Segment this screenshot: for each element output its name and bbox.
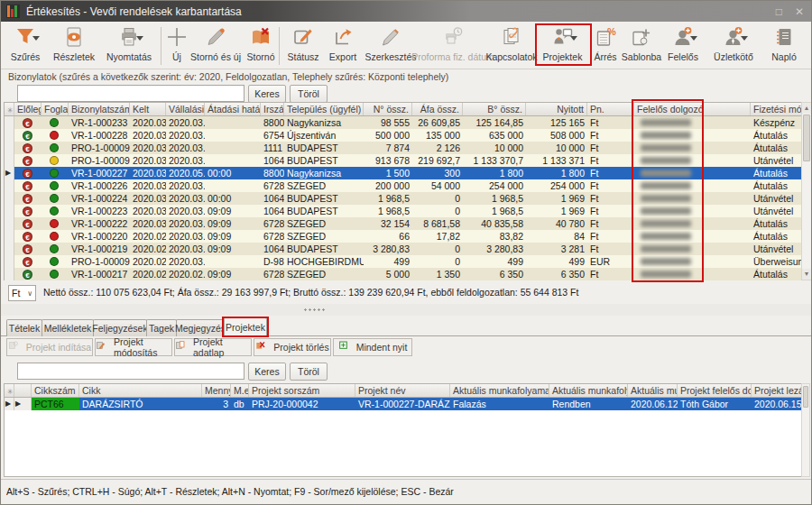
table-row[interactable]: ▶€VR-1-0002272020.03.122020.05.3000:0088… <box>5 167 801 179</box>
table-cell <box>703 129 751 142</box>
column-header-cikksz-m[interactable]: Cikkszám <box>32 384 79 397</box>
column-header-mennyis[interactable]: Mennyis <box>202 384 231 397</box>
dropdown-caret-icon[interactable] <box>690 36 697 41</box>
table-row[interactable]: €VR-1-0002282020.03.122020.03.216754Újsz… <box>5 129 801 142</box>
tab-t-telek[interactable]: Tételek <box>6 319 42 336</box>
column-header-projekt-sorsz-m[interactable]: Projekt sorszám <box>249 384 355 397</box>
toolbar-button-storno[interactable]: Stornó <box>243 23 279 68</box>
column-header-cikk[interactable]: Cikk <box>79 384 202 397</box>
toolbar-button-szures[interactable]: Szűrés <box>3 23 48 68</box>
table-row[interactable]: €VR-1-0002242020.03.092020.03.1600:00106… <box>5 192 801 205</box>
table-row[interactable]: €VR-1-0002172020.02.222020.02.2509:09672… <box>5 268 801 280</box>
mindent-nyit-button[interactable]: Mindent nyit <box>333 338 412 356</box>
tab-feljegyz-sek[interactable]: Feljegyzések <box>93 319 147 336</box>
table-row[interactable]: €VR-1-0002232020.03.092020.03.1309:09106… <box>5 205 801 217</box>
tab-megjegyz-s[interactable]: Megjegyzés <box>176 319 225 336</box>
toolbar-button-storno-es-uj[interactable]: Stornó és új <box>190 23 241 68</box>
table-cell: 1 968,5 <box>463 192 526 205</box>
table-row[interactable]: €VR-1-0002222020.03.022020.03.2609:09672… <box>5 217 801 230</box>
tab-mell-kletek[interactable]: Mellékletek <box>42 319 94 336</box>
toolbar-button-reszletek[interactable]: Részletek <box>50 23 98 68</box>
column-header-fizet-si-m-d[interactable]: Fizetési mód <box>751 103 803 115</box>
search-input[interactable] <box>17 85 245 102</box>
table-row[interactable]: €PRO-1-0000992020.03.122020.03.271111BUD… <box>5 142 801 154</box>
toolbar-button-uj[interactable]: Új <box>164 23 189 68</box>
toolbar-button-statusz[interactable]: Státusz <box>283 23 323 68</box>
column-chooser-icon[interactable]: ✳ <box>7 388 14 396</box>
column-header-felel-s-dolgoz-[interactable]: Felelős dolgozó <box>634 103 703 115</box>
column-header-pn-[interactable]: Pn. <box>587 103 634 115</box>
table-row[interactable]: €VR-1-0002262020.03.102020.03.146728SZEG… <box>5 179 801 192</box>
toolbar-button-export[interactable]: Export <box>324 23 362 68</box>
scroll-up-icon[interactable]: ▲ <box>802 103 811 114</box>
column-header-nyitott[interactable]: Nyitott <box>526 103 587 115</box>
column-header-el-leg-s[interactable]: Előleg s <box>14 103 42 115</box>
column-header--fa-ssz-[interactable]: Áfa össz. <box>412 103 463 115</box>
dropdown-caret-icon[interactable] <box>136 36 143 41</box>
table-row[interactable]: €PRO-1-0000972020.02.262020.03.27D-9876H… <box>5 255 801 268</box>
table-row[interactable]: €VR-1-0002192020.02.222020.03.1909:09106… <box>5 243 801 255</box>
close-button[interactable]: ✕ <box>795 5 804 18</box>
project-clear-button[interactable]: Töröl <box>290 363 328 381</box>
tab-tagek[interactable]: Tagek <box>146 319 177 336</box>
toolbar-button-projektek[interactable]: Projektek <box>536 23 589 68</box>
dropdown-caret-icon[interactable] <box>741 36 748 41</box>
table-cell: 6728 <box>261 179 284 192</box>
column-header-blank[interactable]: ✳ <box>5 384 14 397</box>
maximize-button[interactable]: □ <box>776 5 782 18</box>
column-header-blank[interactable]: ✳ <box>5 103 14 115</box>
column-header-bizonylatsz-m[interactable]: Bizonylatszám <box>69 103 130 115</box>
table-row[interactable]: €VR-1-0002332020.03.222020.03.268800Nagy… <box>5 116 801 129</box>
shortcut-hints: Alt+S - Szűrés; CTRL+H - Súgó; Alt+T - R… <box>6 486 454 497</box>
toolbar-button-uzletkoto[interactable]: Üzletkötő <box>706 23 761 68</box>
currency-select[interactable]: Ft ∨ <box>8 285 36 301</box>
tab-projektek[interactable]: Projektek <box>224 317 267 337</box>
column-chooser-icon[interactable]: ✳ <box>7 106 14 115</box>
column-header-blank[interactable] <box>14 384 32 397</box>
project-table-row[interactable]: ▶▶PCT66DARÁZSIRTÓ3dbPRJ-20-000042VR-1-00… <box>5 398 801 410</box>
toolbar-button-szerkesztes[interactable]: Szerkesztés <box>363 23 419 68</box>
column-header-projekt-felel-s-dolgoz-[interactable]: Projekt felelős dolgozó <box>678 384 752 397</box>
toolbar-button-nyomtatas[interactable]: Nyomtatás <box>100 23 158 68</box>
search-button[interactable]: Keres <box>248 85 286 103</box>
toolbar-button-arres[interactable]: %Árrés <box>590 23 621 68</box>
column-header-aktu-lis-munkafolyamat[interactable]: Aktuális munkafolyamat <box>450 384 549 397</box>
column-header-telep-l-s-gyf-l-[interactable]: Település (ügyfél) <box>284 103 364 115</box>
clear-search-button[interactable]: Töröl <box>290 85 328 103</box>
column-header-n-ssz-[interactable]: N° össz. <box>364 103 412 115</box>
projekt-torles-button[interactable]: Projekt törlés <box>254 338 331 356</box>
dropdown-caret-icon[interactable] <box>570 36 577 41</box>
table-row[interactable]: €VR-1-0002202020.02.222020.03.0209:09672… <box>5 230 801 243</box>
table-row[interactable]: €PRO-1-0000982020.03.122020.03.271064BUD… <box>5 154 801 167</box>
table-cell <box>634 268 703 280</box>
column-header-m-e-[interactable]: M.e. <box>231 384 249 397</box>
toolbar-button-felelos[interactable]: Felelős <box>662 23 704 68</box>
column-header-foglal-[interactable]: Foglalá <box>42 103 69 115</box>
column-header--tad-si-hat-rid-[interactable]: Átadási határidő <box>205 103 261 115</box>
splitter[interactable] <box>1 304 812 316</box>
column-header-aktu-lis-munka[interactable]: Aktuális munka <box>628 384 678 397</box>
table-cell: Utánvétel <box>751 243 801 255</box>
projects-table-scrollbar[interactable] <box>801 383 810 477</box>
project-search-input[interactable] <box>17 363 245 380</box>
scrollbar-thumb[interactable] <box>803 386 808 408</box>
column-header-irsz-m[interactable]: Irszám <box>261 103 284 115</box>
orders-table-scrollbar[interactable]: ▲ ▼ <box>801 102 812 280</box>
column-header-v-llal-si-hat[interactable]: Vállalási hat <box>166 103 205 115</box>
scrollbar-thumb[interactable] <box>803 115 810 161</box>
column-header-aktu-lis-munkafolyamat-[interactable]: Aktuális munkafolyamat : <box>549 384 628 397</box>
column-header-projekt-lez-rva[interactable]: Projekt lezárva <box>752 384 803 397</box>
toolbar-button-kapcsolatok[interactable]: Kapcsolatok <box>488 23 535 68</box>
column-header-b-ssz-[interactable]: B° össz. <box>463 103 526 115</box>
column-header-blank[interactable] <box>703 103 751 115</box>
column-header-projekt-n-v[interactable]: Projekt név <box>355 384 450 397</box>
table-cell: Ft <box>587 154 634 167</box>
toolbar-button-sablonba[interactable]: Sablonba <box>622 23 661 68</box>
scroll-down-icon[interactable]: ▼ <box>802 269 811 280</box>
toolbar-button-naplo[interactable]: Napló <box>763 23 805 68</box>
column-header-kelt[interactable]: Kelt <box>130 103 166 115</box>
projekt-adatlap-button[interactable]: Projekt adatlap <box>174 338 252 356</box>
projekt-modositas-button[interactable]: Projekt módosítás <box>95 338 172 356</box>
dropdown-caret-icon[interactable] <box>32 36 40 41</box>
project-search-button[interactable]: Keres <box>248 363 286 381</box>
